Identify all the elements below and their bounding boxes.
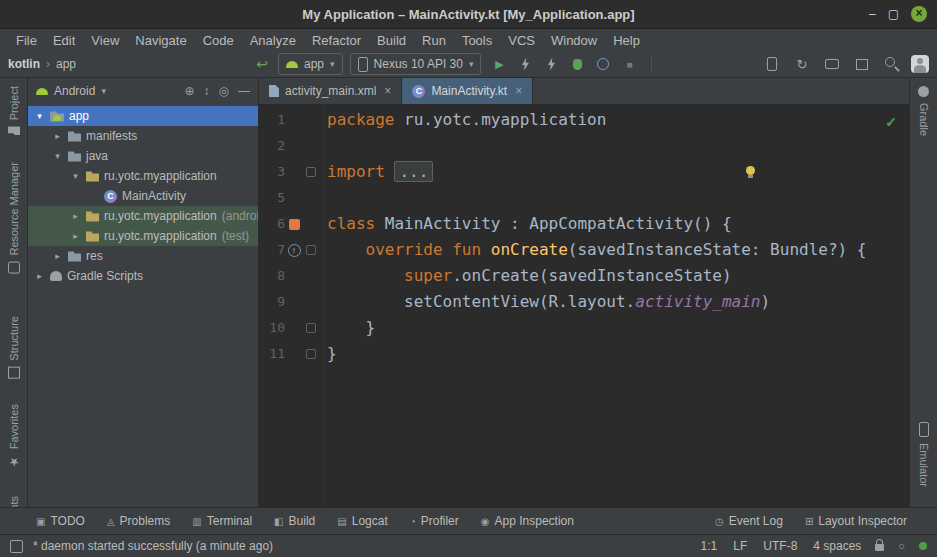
override-gutter-icon[interactable]: ↑ xyxy=(285,237,303,263)
code-editor[interactable]: 1package ru.yotc.myapplication23import .… xyxy=(259,105,909,507)
restore-button[interactable]: ▢ xyxy=(888,8,899,20)
tree-item-gradle-scripts[interactable]: ▸Gradle Scripts xyxy=(28,266,258,286)
code-text[interactable]: } xyxy=(319,341,337,367)
hide-panel-icon[interactable]: — xyxy=(238,84,250,98)
chevron-down-icon[interactable]: ▾ xyxy=(34,111,45,121)
tool-stripe-resource-manager[interactable]: Resource Manager xyxy=(8,162,20,274)
profile-icon[interactable] xyxy=(592,54,614,74)
device-manager-icon[interactable] xyxy=(761,54,783,74)
line-separator[interactable]: LF xyxy=(733,539,747,553)
tree-item-res[interactable]: ▸res xyxy=(28,246,258,266)
tool-stripe-variants[interactable]: Variants xyxy=(8,496,20,507)
gradle-sync-icon[interactable]: ↻ xyxy=(791,54,813,74)
menu-navigate[interactable]: Navigate xyxy=(127,33,194,48)
locate-file-icon[interactable]: ⊕ xyxy=(184,84,194,98)
menu-window[interactable]: Window xyxy=(543,33,605,48)
breadcrumb-item[interactable]: app xyxy=(56,57,76,71)
fold-marker[interactable] xyxy=(303,167,319,177)
tab-activity-main-xml[interactable]: activity_main.xml× xyxy=(259,78,402,104)
project-view-select[interactable]: Android xyxy=(54,84,95,98)
toolwindow-build[interactable]: ◧Build xyxy=(274,514,315,528)
run-configuration-select[interactable]: app ▾ xyxy=(278,53,343,75)
menu-edit[interactable]: Edit xyxy=(45,33,83,48)
tree-item-ru-yotc-myapplication-androidtest[interactable]: ▸ru.yotc.myapplication(androidTest) xyxy=(28,206,258,226)
close-tab-icon[interactable]: × xyxy=(384,84,391,98)
intention-bulb-icon[interactable] xyxy=(746,166,755,175)
sync-arrow-icon[interactable]: ↩ xyxy=(253,54,271,74)
toolwindow-profiler[interactable]: ◔Profiler xyxy=(410,514,459,528)
fold-marker[interactable] xyxy=(303,245,319,255)
tree-item-mainactivity[interactable]: CMainActivity xyxy=(28,186,258,206)
chevron-down-icon[interactable]: ▾ xyxy=(70,171,81,181)
tree-item-manifests[interactable]: ▸manifests xyxy=(28,126,258,146)
file-encoding[interactable]: UTF-8 xyxy=(763,539,797,553)
breadcrumb-module[interactable]: kotlin xyxy=(8,57,40,71)
menu-help[interactable]: Help xyxy=(605,33,648,48)
tree-item-ru-yotc-myapplication[interactable]: ▾ru.yotc.myapplication xyxy=(28,166,258,186)
menu-run[interactable]: Run xyxy=(414,33,454,48)
toolwindow-problems[interactable]: ◬Problems xyxy=(107,514,170,528)
toolwindow-app-inspection[interactable]: ◉App Inspection xyxy=(481,514,574,528)
titlebar[interactable]: My Application – MainActivity.kt [My_App… xyxy=(0,0,937,29)
fold-marker[interactable] xyxy=(303,349,319,359)
code-text[interactable]: override fun onCreate(savedInstanceState… xyxy=(319,237,866,263)
menu-refactor[interactable]: Refactor xyxy=(304,33,369,48)
toolwindow-layout-inspector[interactable]: ⊞Layout Inspector xyxy=(805,514,907,528)
code-text[interactable]: import ... xyxy=(319,159,433,185)
chevron-right-icon[interactable]: ▸ xyxy=(34,271,45,281)
chevron-right-icon[interactable]: ▸ xyxy=(52,131,63,141)
device-select[interactable]: Nexus 10 API 30 ▾ xyxy=(350,53,482,75)
run-icon[interactable]: ▶ xyxy=(488,54,510,74)
code-text[interactable]: } xyxy=(319,315,375,341)
toolwindow-event-log[interactable]: ◷Event Log xyxy=(715,514,783,528)
menu-vcs[interactable]: VCS xyxy=(500,33,543,48)
android-gutter-icon[interactable] xyxy=(285,219,303,230)
inspection-status-icon[interactable]: ✓ xyxy=(885,109,897,135)
tree-item-app[interactable]: ▾app xyxy=(28,106,258,126)
avd-manager-icon[interactable] xyxy=(821,54,843,74)
chevron-right-icon[interactable]: ▸ xyxy=(70,211,81,221)
caret-position[interactable]: 1:1 xyxy=(701,539,718,553)
toolwindow-todo[interactable]: ▣TODO xyxy=(36,514,85,528)
tool-stripe-favorites[interactable]: ★Favorites xyxy=(8,404,20,469)
menu-view[interactable]: View xyxy=(83,33,127,48)
apply-code-changes-icon[interactable] xyxy=(540,54,562,74)
settings-gear-icon[interactable]: ◎ xyxy=(219,84,229,98)
code-text[interactable]: package ru.yotc.myapplication xyxy=(319,107,606,133)
menu-build[interactable]: Build xyxy=(369,33,414,48)
collapse-all-icon[interactable]: ↕ xyxy=(204,84,210,98)
debug-icon[interactable] xyxy=(566,54,588,74)
indent-style[interactable]: 4 spaces xyxy=(813,539,861,553)
close-tab-icon[interactable]: × xyxy=(515,84,522,98)
tool-stripe-structure[interactable]: Structure xyxy=(8,316,20,379)
minimize-button[interactable]: – xyxy=(869,8,876,20)
avatar-icon[interactable] xyxy=(911,55,929,73)
menu-code[interactable]: Code xyxy=(195,33,242,48)
stop-icon[interactable]: ■ xyxy=(618,54,640,74)
menu-tools[interactable]: Tools xyxy=(454,33,500,48)
tool-window-switcher-icon[interactable] xyxy=(10,540,23,553)
lock-icon[interactable] xyxy=(875,544,884,551)
tree-item-java[interactable]: ▾java xyxy=(28,146,258,166)
menu-file[interactable]: File xyxy=(8,33,45,48)
code-text[interactable]: class MainActivity : AppCompatActivity()… xyxy=(319,211,732,237)
tab-mainactivity-kt[interactable]: CMainActivity.kt× xyxy=(402,78,533,104)
code-text[interactable]: super.onCreate(savedInstanceState) xyxy=(319,263,732,289)
close-button[interactable]: × xyxy=(911,6,927,22)
tool-stripe-gradle[interactable]: Gradle xyxy=(918,86,930,136)
chevron-down-icon[interactable]: ▾ xyxy=(52,151,63,161)
toolwindow-terminal[interactable]: ▥Terminal xyxy=(192,514,252,528)
fold-marker[interactable] xyxy=(303,323,319,333)
chevron-right-icon[interactable]: ▸ xyxy=(70,231,81,241)
sdk-manager-icon[interactable] xyxy=(851,54,873,74)
tree-item-ru-yotc-myapplication-test[interactable]: ▸ru.yotc.myapplication(test) xyxy=(28,226,258,246)
apply-changes-icon[interactable] xyxy=(514,54,536,74)
menu-analyze[interactable]: Analyze xyxy=(242,33,304,48)
code-text[interactable]: setContentView(R.layout.activity_main) xyxy=(319,289,770,315)
tool-stripe-emulator[interactable]: Emulator xyxy=(918,422,930,487)
toolwindow-logcat[interactable]: ▤Logcat xyxy=(337,514,387,528)
tool-stripe-project[interactable]: Project xyxy=(8,86,20,136)
chevron-right-icon[interactable]: ▸ xyxy=(52,251,63,261)
notifications-icon[interactable]: ○ xyxy=(898,540,905,552)
search-icon[interactable] xyxy=(881,54,903,74)
